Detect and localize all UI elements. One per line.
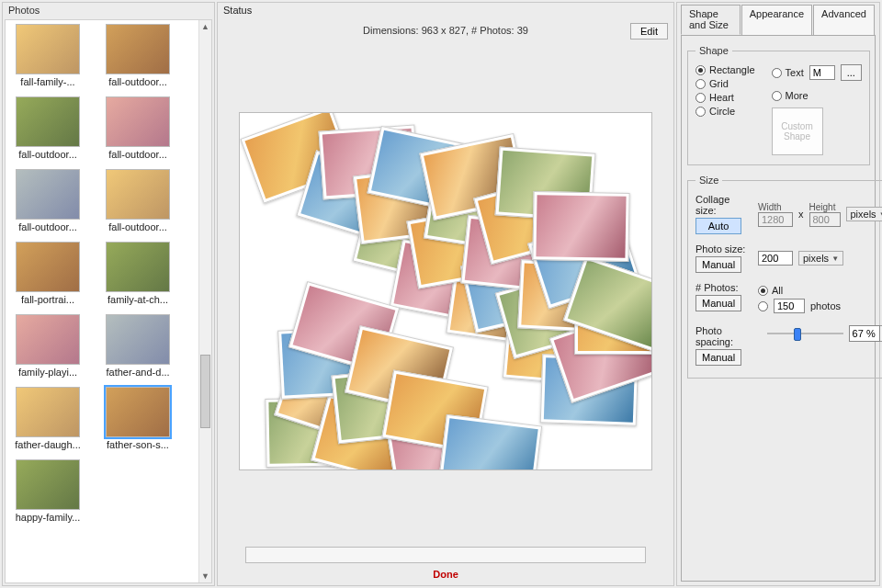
thumb-item[interactable]: fall-portrai... bbox=[11, 242, 85, 305]
radio-num-photos[interactable] bbox=[758, 301, 768, 311]
num-photos-label: # Photos: bbox=[695, 282, 752, 293]
thumb-image[interactable] bbox=[16, 24, 80, 74]
radio-more-label: More bbox=[786, 90, 808, 101]
thumb-label: fall-family-... bbox=[20, 76, 74, 87]
radio-grid-label: Grid bbox=[709, 78, 729, 89]
radio-heart[interactable]: Heart bbox=[695, 92, 755, 103]
radio-grid[interactable]: Grid bbox=[695, 78, 755, 89]
status-panel: Status Dimensions: 963 x 827, # Photos: … bbox=[217, 2, 674, 586]
thumb-item[interactable]: fall-outdoor... bbox=[101, 96, 175, 160]
shape-group: Shape Rectangle Grid Heart Circle Text .… bbox=[687, 45, 870, 165]
progress-bar bbox=[245, 547, 646, 563]
tab-shape-size[interactable]: Shape and Size bbox=[681, 5, 741, 35]
thumb-item[interactable]: family-playi... bbox=[11, 314, 85, 378]
scroll-up-arrow-icon[interactable]: ▲ bbox=[199, 20, 211, 33]
thumb-item[interactable]: fall-family-... bbox=[11, 24, 85, 87]
thumb-image[interactable] bbox=[16, 169, 80, 220]
thumb-item[interactable]: fall-outdoor... bbox=[101, 169, 175, 232]
collage-size-label: Collage size: bbox=[695, 194, 752, 216]
dim-x: x bbox=[798, 209, 804, 220]
photos-panel: Photos fall-family-...fall-outdoor...fal… bbox=[2, 2, 215, 586]
collage-preview[interactable] bbox=[239, 112, 652, 470]
radio-rectangle[interactable]: Rectangle bbox=[695, 64, 755, 75]
thumb-item[interactable]: fall-outdoor... bbox=[11, 169, 85, 232]
photo-size-manual-button[interactable]: Manual bbox=[695, 256, 741, 273]
size-legend: Size bbox=[695, 175, 722, 186]
height-label: Height bbox=[809, 202, 841, 212]
thumb-image[interactable] bbox=[16, 459, 80, 510]
thumb-label: fall-portrai... bbox=[21, 294, 74, 305]
thumb-item[interactable]: happy-family... bbox=[11, 459, 85, 523]
width-label: Width bbox=[758, 202, 793, 212]
photos-scrollbar[interactable]: ▲ ▼ bbox=[198, 20, 211, 582]
chevron-down-icon: ▼ bbox=[879, 210, 882, 219]
collage-tile bbox=[438, 414, 542, 470]
collage-preview-wrap bbox=[218, 40, 673, 543]
num-photos-manual-button[interactable]: Manual bbox=[695, 295, 741, 311]
thumb-item[interactable]: fall-outdoor... bbox=[11, 96, 85, 160]
thumb-item[interactable]: fall-outdoor... bbox=[101, 24, 175, 87]
thumb-image[interactable] bbox=[16, 314, 80, 365]
status-panel-title: Status bbox=[218, 3, 673, 17]
shape-text-more-button[interactable]: ... bbox=[841, 64, 862, 81]
thumb-label: fall-outdoor... bbox=[108, 221, 167, 232]
photos-panel-title: Photos bbox=[3, 3, 214, 17]
thumb-label: fall-outdoor... bbox=[108, 76, 167, 87]
radio-rectangle-label: Rectangle bbox=[709, 64, 755, 75]
thumb-image[interactable] bbox=[16, 242, 80, 292]
thumb-label: fall-outdoor... bbox=[18, 149, 77, 160]
thumb-label: fall-outdoor... bbox=[18, 221, 77, 232]
thumb-label: family-at-ch... bbox=[107, 294, 168, 305]
photos-grid: fall-family-...fall-outdoor...fall-outdo… bbox=[6, 20, 211, 526]
app-root: Photos fall-family-...fall-outdoor...fal… bbox=[0, 0, 882, 588]
thumb-item[interactable]: family-at-ch... bbox=[101, 242, 175, 305]
settings-panel: Shape and Size Appearance Advanced Shape… bbox=[676, 2, 880, 586]
edit-button[interactable]: Edit bbox=[630, 23, 668, 40]
status-done-text: Done bbox=[218, 569, 673, 585]
photo-size-input[interactable] bbox=[758, 251, 793, 266]
chevron-down-icon: ▼ bbox=[831, 254, 839, 263]
thumb-label: fall-outdoor... bbox=[108, 149, 167, 160]
thumb-item[interactable]: father-and-d... bbox=[101, 314, 175, 378]
num-photos-input[interactable] bbox=[774, 299, 805, 313]
spacing-slider[interactable] bbox=[767, 326, 843, 341]
thumb-label: father-and-d... bbox=[106, 367, 169, 378]
collage-tile bbox=[532, 191, 629, 262]
collage-unit-select[interactable]: pixels▼ bbox=[846, 207, 883, 221]
thumb-image[interactable] bbox=[16, 96, 80, 147]
custom-shape-box[interactable]: Custom Shape bbox=[772, 107, 823, 155]
radio-circle-label: Circle bbox=[709, 106, 735, 117]
thumb-item[interactable]: father-son-s... bbox=[101, 387, 175, 450]
collage-width-input bbox=[758, 212, 793, 227]
thumb-item[interactable]: father-daugh... bbox=[11, 387, 85, 450]
spacing-label: Photo spacing: bbox=[695, 325, 762, 347]
photo-size-label: Photo size: bbox=[695, 243, 752, 254]
photo-size-unit-select[interactable]: pixels▼ bbox=[798, 251, 843, 266]
thumb-label: happy-family... bbox=[16, 512, 81, 523]
thumb-image[interactable] bbox=[106, 24, 170, 74]
spacing-value-input[interactable] bbox=[849, 325, 880, 342]
photos-scroll-area: fall-family-...fall-outdoor...fall-outdo… bbox=[5, 19, 212, 583]
photos-word: photos bbox=[810, 300, 841, 311]
thumb-image[interactable] bbox=[106, 387, 170, 437]
collage-size-auto-button[interactable]: Auto bbox=[695, 218, 741, 234]
thumb-image[interactable] bbox=[106, 169, 170, 220]
radio-text[interactable]: Text bbox=[772, 67, 804, 78]
thumb-image[interactable] bbox=[16, 387, 80, 437]
spacing-manual-button[interactable]: Manual bbox=[695, 349, 741, 366]
tab-appearance[interactable]: Appearance bbox=[741, 5, 812, 35]
thumb-label: father-daugh... bbox=[15, 439, 81, 450]
shape-text-input[interactable] bbox=[809, 65, 835, 80]
scroll-down-arrow-icon[interactable]: ▼ bbox=[199, 570, 211, 582]
radio-all-photos[interactable]: All bbox=[758, 285, 841, 296]
collage-unit-label: pixels bbox=[851, 209, 876, 220]
thumb-label: father-son-s... bbox=[107, 439, 169, 450]
thumb-image[interactable] bbox=[106, 96, 170, 147]
scroll-handle[interactable] bbox=[200, 355, 210, 428]
radio-more[interactable]: More bbox=[772, 90, 808, 101]
thumb-image[interactable] bbox=[106, 242, 170, 292]
tab-advanced[interactable]: Advanced bbox=[813, 5, 875, 35]
radio-all-label: All bbox=[772, 285, 783, 296]
radio-circle[interactable]: Circle bbox=[695, 106, 755, 117]
thumb-image[interactable] bbox=[106, 314, 170, 365]
